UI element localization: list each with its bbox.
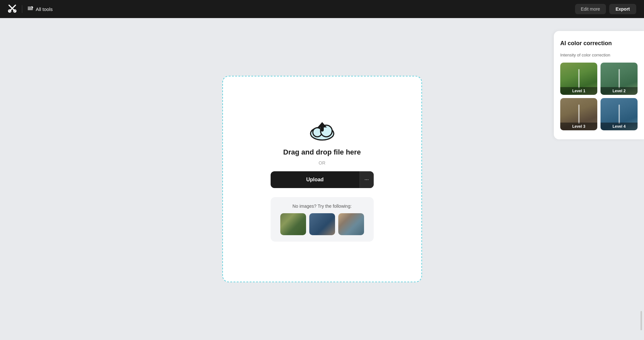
level-grid: Level 1 Level 2 Level 3 Level 4 [560,63,638,130]
topbar-right: Edit more Export [575,4,636,14]
sample-image-2[interactable] [309,213,335,235]
all-tools-icon [27,5,33,13]
cloud-upload-icon [308,117,337,141]
dots-icon: ··· [364,177,369,183]
level-card-4[interactable]: Level 4 [601,98,638,130]
scrollbar[interactable] [640,311,642,330]
level-label-4: Level 4 [601,123,638,130]
logo-icon [8,4,17,14]
panel-subtitle: Intensity of color correction [560,53,638,57]
center-area: Drag and drop file here OR Upload ··· No… [0,18,644,340]
sample-image-3[interactable] [338,213,364,235]
no-images-text: No images? Try the following: [293,204,352,209]
sample-images-row [280,213,364,235]
level-label-2: Level 2 [601,87,638,95]
main-content: Drag and drop file here OR Upload ··· No… [0,18,644,340]
panel-title: AI color correction [560,40,638,47]
upload-more-options-button[interactable]: ··· [360,171,374,188]
all-tools-button[interactable]: All tools [27,5,53,13]
all-tools-label: All tools [36,6,53,12]
sample-image-1[interactable] [280,213,306,235]
edit-more-button[interactable]: Edit more [575,4,606,14]
level-card-2[interactable]: Level 2 [601,63,638,95]
upload-dropzone[interactable]: Drag and drop file here OR Upload ··· No… [222,76,422,282]
drag-drop-text: Drag and drop file here [283,148,361,156]
topbar: All tools Edit more Export [0,0,644,18]
level-card-3[interactable]: Level 3 [560,98,597,130]
level-label-1: Level 1 [560,87,597,95]
no-images-box: No images? Try the following: [271,197,374,242]
level-card-1[interactable]: Level 1 [560,63,597,95]
upload-button[interactable]: Upload [271,177,360,183]
topbar-left: All tools [8,4,53,14]
level-label-3: Level 3 [560,123,597,130]
export-button[interactable]: Export [609,4,636,14]
nav-divider [22,5,22,13]
right-panel: AI color correction Intensity of color c… [554,31,644,139]
upload-button-row[interactable]: Upload ··· [271,171,374,188]
or-text: OR [319,160,325,165]
